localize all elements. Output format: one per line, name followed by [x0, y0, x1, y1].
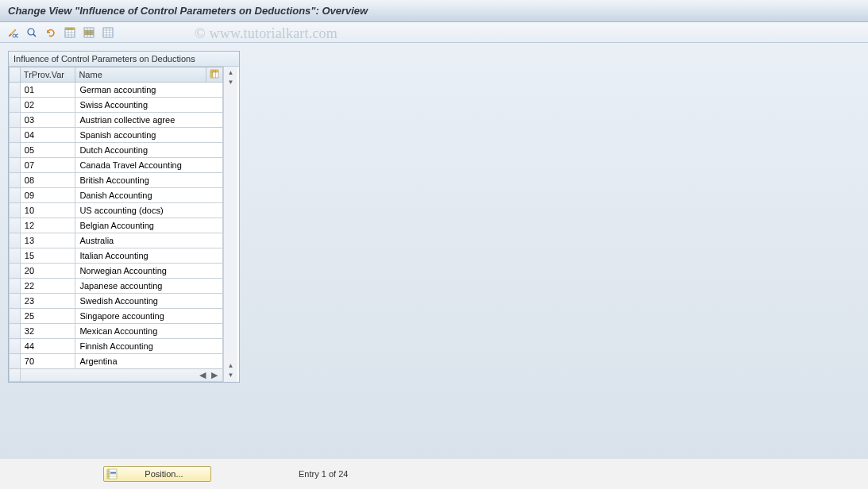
cell-code[interactable]: 04	[20, 128, 75, 143]
scroll-up-icon[interactable]: ▲	[228, 69, 234, 77]
row-selector[interactable]	[10, 354, 21, 369]
table-caption: Influence of Control Parameters on Deduc…	[9, 52, 239, 67]
cell-code[interactable]: 09	[20, 188, 75, 203]
cell-name[interactable]: German accounting	[75, 83, 223, 98]
scroll-down-icon[interactable]: ▼	[228, 79, 234, 87]
row-selector[interactable]	[10, 339, 21, 354]
cell-code[interactable]: 01	[20, 83, 75, 98]
row-selector[interactable]	[10, 113, 21, 128]
row-selector[interactable]	[10, 324, 21, 339]
row-selector[interactable]	[10, 203, 21, 218]
table-row[interactable]: 23Swedish Accounting	[10, 294, 223, 309]
row-selector[interactable]	[10, 98, 21, 113]
row-selector[interactable]	[10, 143, 21, 158]
row-selector[interactable]	[10, 128, 21, 143]
table-row[interactable]: 32Mexican Accounting	[10, 324, 223, 339]
cell-name[interactable]: Finnish Accounting	[75, 339, 223, 354]
content-area: www.tutorialkart.com Influence of Contro…	[0, 43, 868, 459]
deselect-all-button[interactable]	[100, 25, 116, 40]
cell-name[interactable]: Canada Travel Accounting	[75, 158, 223, 173]
column-header-name[interactable]: Name	[75, 67, 206, 83]
row-selector[interactable]	[10, 264, 21, 279]
table-row[interactable]: 10US accounting (docs)	[10, 203, 223, 218]
table-row[interactable]: 08British Accounting	[10, 173, 223, 188]
row-selector[interactable]	[10, 83, 21, 98]
row-selector[interactable]	[10, 158, 21, 173]
cell-name[interactable]: Argentina	[75, 354, 223, 369]
cell-name[interactable]: Belgian Accounting	[75, 218, 223, 233]
cell-code[interactable]: 70	[20, 354, 75, 369]
row-selector[interactable]	[10, 248, 21, 264]
row-selector[interactable]	[10, 294, 21, 309]
table-row[interactable]: 13Australia	[10, 233, 223, 248]
toggle-display-button[interactable]	[5, 25, 21, 40]
cell-code[interactable]: 32	[20, 324, 75, 339]
cell-code[interactable]: 44	[20, 339, 75, 354]
table-row[interactable]: 20Norwegian Accounting	[10, 264, 223, 279]
row-selector[interactable]	[10, 279, 21, 294]
cell-name[interactable]: Norwegian Accounting	[75, 264, 223, 279]
table-row[interactable]: 44Finnish Accounting	[10, 339, 223, 354]
horizontal-scrollbar[interactable]: ◀ ▶	[20, 369, 222, 382]
scroll-left-icon[interactable]: ◀	[198, 370, 207, 379]
cell-code[interactable]: 12	[20, 218, 75, 233]
table-row[interactable]: 03Austrian collective agree	[10, 113, 223, 128]
cell-name[interactable]: Italian Accounting	[75, 248, 223, 264]
cell-name[interactable]: Spanish accounting	[75, 128, 223, 143]
cell-code[interactable]: 08	[20, 173, 75, 188]
cell-name[interactable]: Japanese accounting	[75, 279, 223, 294]
table-row[interactable]: 01German accounting	[10, 83, 223, 98]
page-title: Change View "Influence of Control Parame…	[8, 5, 368, 17]
cell-name[interactable]: US accounting (docs)	[75, 203, 223, 218]
table-row[interactable]: 70Argentina	[10, 354, 223, 369]
table-row[interactable]: 25Singapore accounting	[10, 309, 223, 324]
cell-code[interactable]: 20	[20, 264, 75, 279]
undo-button[interactable]	[43, 25, 59, 40]
details-button[interactable]	[24, 25, 40, 40]
row-selector[interactable]	[10, 233, 21, 248]
row-selector[interactable]	[10, 309, 21, 324]
select-all-button[interactable]	[62, 25, 78, 40]
cell-name[interactable]: Australia	[75, 233, 223, 248]
cell-code[interactable]: 10	[20, 203, 75, 218]
cell-name[interactable]: Austrian collective agree	[75, 113, 223, 128]
bottom-scroll-row: ◀ ▶	[10, 369, 223, 382]
cell-code[interactable]: 13	[20, 233, 75, 248]
scroll-down2-icon[interactable]: ▼	[228, 372, 234, 379]
cell-name[interactable]: British Accounting	[75, 173, 223, 188]
cell-code[interactable]: 02	[20, 98, 75, 113]
cell-name[interactable]: Dutch Accounting	[75, 143, 223, 158]
cell-code[interactable]: 05	[20, 143, 75, 158]
cell-name[interactable]: Swiss Accounting	[75, 98, 223, 113]
table-row[interactable]: 22Japanese accounting	[10, 279, 223, 294]
position-button[interactable]: Position...	[103, 466, 211, 482]
table-row[interactable]: 02Swiss Accounting	[10, 98, 223, 113]
cell-code[interactable]: 22	[20, 279, 75, 294]
cell-name[interactable]: Swedish Accounting	[75, 294, 223, 309]
select-block-button[interactable]	[81, 25, 97, 40]
cell-name[interactable]: Singapore accounting	[75, 309, 223, 324]
cell-code[interactable]: 03	[20, 113, 75, 128]
table-row[interactable]: 15Italian Accounting	[10, 248, 223, 264]
cell-name[interactable]: Danish Accounting	[75, 188, 223, 203]
row-selector[interactable]	[10, 218, 21, 233]
row-selector[interactable]	[10, 188, 21, 203]
vertical-scrollbar[interactable]: ▲ ▼ ▲ ▼	[223, 67, 237, 382]
cell-code[interactable]: 07	[20, 158, 75, 173]
row-selector[interactable]	[10, 173, 21, 188]
table-row[interactable]: 12Belgian Accounting	[10, 218, 223, 233]
scroll-up2-icon[interactable]: ▲	[228, 362, 234, 370]
cell-code[interactable]: 23	[20, 294, 75, 309]
cell-code[interactable]: 15	[20, 248, 75, 264]
column-config-button[interactable]	[206, 67, 222, 83]
cell-name[interactable]: Mexican Accounting	[75, 324, 223, 339]
column-header-code[interactable]: TrProv.Var	[20, 67, 75, 83]
cell-code[interactable]: 25	[20, 309, 75, 324]
column-header-selector[interactable]	[10, 67, 21, 83]
table-row[interactable]: 05Dutch Accounting	[10, 143, 223, 158]
scroll-right-icon[interactable]: ▶	[210, 370, 219, 379]
table-row[interactable]: 09Danish Accounting	[10, 188, 223, 203]
pencil-glasses-icon	[7, 27, 18, 38]
table-row[interactable]: 07Canada Travel Accounting	[10, 158, 223, 173]
table-row[interactable]: 04Spanish accounting	[10, 128, 223, 143]
